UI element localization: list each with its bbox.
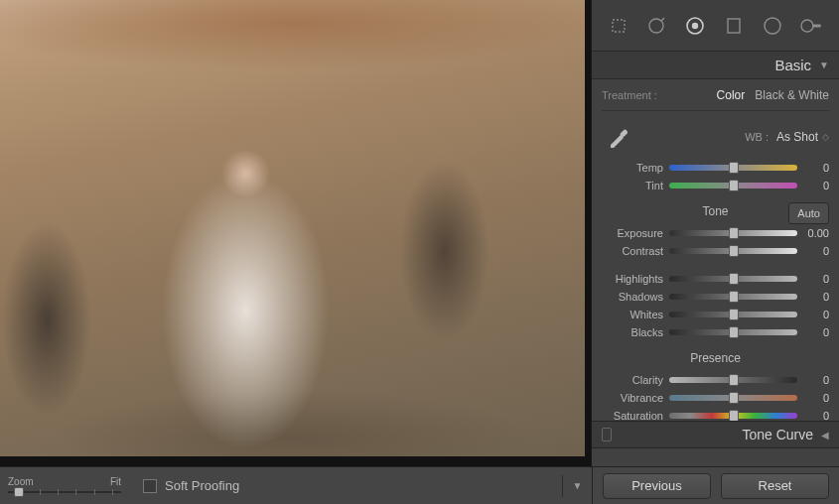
temp-label: Temp <box>602 162 663 174</box>
panel-expand-icon: ◀ <box>821 430 829 441</box>
treatment-color[interactable]: Color <box>717 88 746 102</box>
spot-removal-tool-icon[interactable] <box>642 12 670 40</box>
zoom-slider[interactable] <box>8 489 121 495</box>
vibrance-slider[interactable] <box>669 395 797 401</box>
tone-section-title: Tone Auto <box>602 202 829 220</box>
tint-value[interactable]: 0 <box>803 180 829 191</box>
blacks-label: Blacks <box>602 326 663 338</box>
saturation-label: Saturation <box>602 410 663 421</box>
whites-value[interactable]: 0 <box>803 309 829 320</box>
radial-filter-tool-icon[interactable] <box>759 12 786 40</box>
redeye-tool-icon[interactable] <box>681 12 709 40</box>
tint-label: Tint <box>602 180 663 191</box>
svg-rect-4 <box>728 19 740 33</box>
exposure-slider[interactable] <box>669 230 797 236</box>
highlights-slider[interactable] <box>669 276 797 282</box>
saturation-slider[interactable] <box>669 413 797 419</box>
svg-point-3 <box>692 22 698 28</box>
svg-point-5 <box>765 18 780 34</box>
tone-curve-title: Tone Curve <box>742 427 813 442</box>
exposure-value[interactable]: 0.00 <box>803 227 829 239</box>
blacks-slider[interactable] <box>669 329 797 335</box>
clarity-slider[interactable] <box>669 377 797 383</box>
hsl-panel-peek <box>592 448 839 466</box>
basic-panel-body: Treatment : Color Black & White WB : As … <box>592 79 839 421</box>
temp-value[interactable]: 0 <box>803 162 829 174</box>
white-balance-eyedropper-icon[interactable] <box>602 120 635 154</box>
contrast-slider[interactable] <box>669 248 797 254</box>
clarity-label: Clarity <box>602 374 663 386</box>
blacks-value[interactable]: 0 <box>803 326 829 338</box>
saturation-value[interactable]: 0 <box>803 410 829 421</box>
panel-title: Basic <box>774 57 811 73</box>
photo-preview <box>0 0 585 456</box>
tone-curve-panel-header[interactable]: Tone Curve ◀ <box>592 421 839 448</box>
crop-tool-icon[interactable] <box>606 13 631 39</box>
dropdown-caret-icon: ◇ <box>822 132 829 142</box>
toolbar-disclosure-icon[interactable]: ▼ <box>562 475 584 497</box>
wb-value: As Shot <box>776 130 818 144</box>
vibrance-value[interactable]: 0 <box>803 392 829 404</box>
bottom-toolbar: Zoom Fit Soft Proofing ▼ Previous Reset <box>0 466 839 504</box>
image-preview-area[interactable] <box>0 0 592 466</box>
soft-proofing-checkbox[interactable] <box>143 479 157 493</box>
zoom-label: Zoom <box>8 476 34 487</box>
svg-point-6 <box>801 20 813 32</box>
presence-section-title: Presence <box>602 349 829 367</box>
svg-rect-0 <box>613 20 625 32</box>
zoom-fit-label[interactable]: Fit <box>110 476 121 487</box>
develop-panel: Basic ▼ Treatment : Color Black & White … <box>592 0 839 466</box>
soft-proofing-label: Soft Proofing <box>165 478 239 493</box>
svg-rect-7 <box>812 24 821 27</box>
svg-point-1 <box>649 19 663 33</box>
temp-slider[interactable] <box>669 165 797 171</box>
shadows-slider[interactable] <box>669 294 797 300</box>
shadows-value[interactable]: 0 <box>803 291 829 303</box>
tint-slider[interactable] <box>669 183 797 189</box>
reset-button[interactable]: Reset <box>721 473 829 499</box>
highlights-label: Highlights <box>602 273 663 285</box>
graduated-filter-tool-icon[interactable] <box>720 12 748 40</box>
vibrance-label: Vibrance <box>602 392 663 404</box>
zoom-control: Zoom Fit <box>0 476 129 495</box>
wb-label: WB : <box>745 131 769 143</box>
previous-button[interactable]: Previous <box>603 473 711 499</box>
clarity-value[interactable]: 0 <box>803 374 829 386</box>
shadows-label: Shadows <box>602 291 663 303</box>
treatment-bw[interactable]: Black & White <box>755 88 829 102</box>
whites-label: Whites <box>602 309 663 320</box>
panel-collapse-icon: ▼ <box>819 60 829 70</box>
highlights-value[interactable]: 0 <box>803 273 829 285</box>
basic-panel-header[interactable]: Basic ▼ <box>592 52 839 79</box>
panel-toggle-switch-icon[interactable] <box>602 428 612 441</box>
auto-tone-button[interactable]: Auto <box>788 202 829 224</box>
whites-slider[interactable] <box>669 312 797 317</box>
adjustment-brush-tool-icon[interactable] <box>797 12 825 40</box>
wb-preset-select[interactable]: As Shot ◇ <box>776 130 829 144</box>
tool-strip <box>592 0 839 52</box>
exposure-label: Exposure <box>602 227 663 239</box>
contrast-value[interactable]: 0 <box>803 245 829 257</box>
contrast-label: Contrast <box>602 245 663 257</box>
treatment-label: Treatment : <box>602 89 657 101</box>
